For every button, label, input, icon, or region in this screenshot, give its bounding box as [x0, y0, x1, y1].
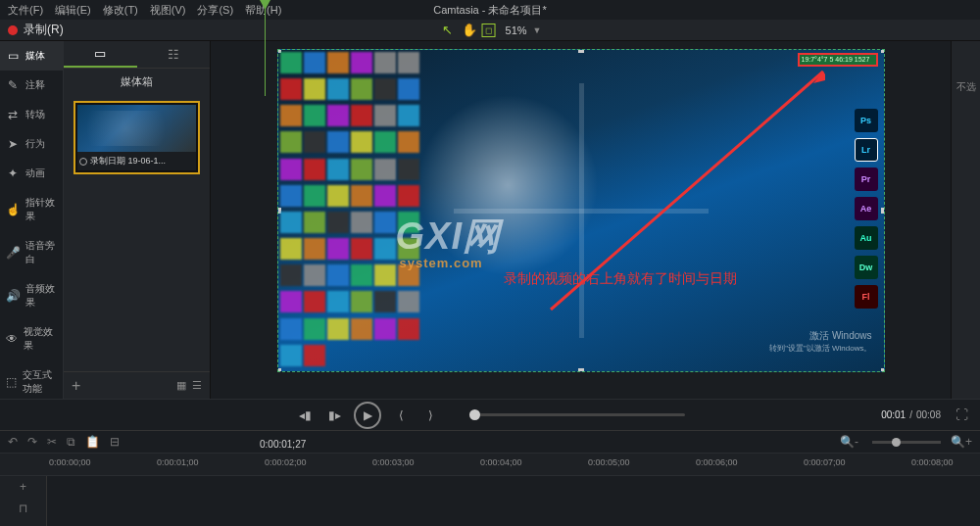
timeline-tracks[interactable]: + ⊓ [0, 476, 980, 526]
redo-button[interactable]: ↷ [27, 435, 37, 449]
tick-label: 0:00:01;00 [157, 457, 199, 467]
sidebar-item-interactivity[interactable]: ⬚交互式功能 [0, 360, 63, 404]
app-icon: Lr [855, 138, 878, 162]
watermark-sub: system.com [400, 256, 501, 270]
app-icon: Ae [855, 197, 878, 220]
sidebar-item-media[interactable]: ▭媒体 [0, 41, 63, 71]
tick-label: 0:00:03;00 [372, 457, 415, 467]
canvas-clip[interactable]: Ps Lr Pr Ae Au Dw Fl 19:7°4°7 5 46:19 15… [277, 49, 885, 372]
voice-icon: 🎤 [6, 246, 20, 260]
sidebar-item-label: 音频效果 [25, 282, 57, 310]
menu-modify[interactable]: 修改(T) [103, 3, 138, 18]
media-bin-title: 媒体箱 [64, 69, 210, 95]
tick-label: 0:00:00;00 [49, 457, 91, 467]
app-icon: Pr [855, 167, 878, 191]
paste-button[interactable]: 📋 [85, 435, 100, 449]
sidebar-item-label: 媒体 [25, 49, 45, 63]
resize-handle[interactable] [578, 368, 584, 372]
prev-frame-button[interactable]: ◂▮ [295, 406, 315, 425]
record-bar: 录制(R) ↖ ✋ ◻ 51% ▼ [0, 20, 980, 41]
menu-share[interactable]: 分享(S) [197, 3, 233, 18]
activate-sub: 转到"设置"以激活 Windows。 [769, 343, 871, 354]
media-tab-bin[interactable]: ▭ [64, 41, 137, 68]
media-clip[interactable]: 录制日期 19-06-1... [74, 101, 200, 174]
annotation-text: 录制的视频的右上角就有了时间与日期 [504, 270, 737, 288]
sidebar-item-behaviors[interactable]: ➤行为 [0, 129, 63, 159]
step-back-button[interactable]: ⟨ [391, 406, 411, 425]
menu-edit[interactable]: 编辑(E) [55, 3, 91, 18]
undo-button[interactable]: ↶ [8, 435, 18, 449]
total-duration: 00:08 [916, 409, 941, 420]
activate-windows: 激活 Windows 转到"设置"以激活 Windows。 [769, 329, 871, 354]
timeline-playhead[interactable] [265, 0, 266, 96]
timeline-zoom-slider[interactable] [872, 441, 941, 444]
media-clip-label: 录制日期 19-06-1... [90, 155, 166, 167]
media-panel: ▭ ☷ 媒体箱 录制日期 19-06-1... + ▦ ☰ [64, 41, 211, 399]
slider-knob[interactable] [892, 438, 901, 447]
audio-effects-icon: 🔊 [6, 289, 20, 303]
step-forward-button[interactable]: ⟩ [420, 406, 440, 425]
sidebar-item-label: 指针效果 [25, 196, 57, 223]
menu-file[interactable]: 文件(F) [8, 3, 43, 18]
crop-tool-icon[interactable]: ◻ [482, 24, 496, 37]
behaviors-icon: ➤ [6, 137, 20, 151]
split-button[interactable]: ⊟ [110, 435, 120, 449]
add-track-button[interactable]: + [0, 476, 46, 498]
slider-knob[interactable] [469, 409, 480, 420]
annotations-icon: ✎ [6, 78, 20, 92]
play-button[interactable]: ▶ [354, 402, 381, 429]
resize-handle[interactable] [578, 49, 584, 53]
sidebar-item-label: 注释 [25, 78, 45, 92]
cut-button[interactable]: ✂ [47, 435, 57, 449]
track-controls: + ⊓ [0, 476, 47, 526]
media-icon: ▭ [6, 49, 20, 63]
desktop-apps-right: Ps Lr Pr Ae Au Dw Fl [855, 109, 878, 309]
zoom-out-icon[interactable]: 🔍- [840, 435, 858, 449]
cursor-tool-icon[interactable]: ↖ [439, 22, 457, 39]
current-time: 00:01 [881, 409, 906, 420]
magnet-icon[interactable]: ⊓ [0, 498, 46, 519]
hand-tool-icon[interactable]: ✋ [461, 22, 478, 39]
zoom-in-icon[interactable]: 🔍+ [951, 435, 972, 449]
next-frame-button[interactable]: ▮▸ [324, 406, 344, 425]
sidebar-item-cursor-effects[interactable]: ☝指针效果 [0, 188, 63, 231]
menu-bar: 文件(F) 编辑(E) 修改(T) 视图(V) 分享(S) 帮助(H) Camt… [0, 0, 980, 20]
app-icon: Au [855, 226, 878, 250]
resize-handle[interactable] [881, 368, 885, 372]
resize-handle[interactable] [881, 49, 885, 53]
fullscreen-icon[interactable]: ⛶ [956, 407, 968, 422]
tick-label: 0:00:05;00 [588, 457, 630, 467]
menu-view[interactable]: 视图(V) [150, 3, 186, 18]
properties-panel-collapsed[interactable]: 不选 [951, 41, 980, 399]
time-date-overlay: 19:7°4°7 5 46:19 1527 [800, 55, 876, 65]
annotation-highlight-box: 19:7°4°7 5 46:19 1527 [798, 53, 878, 67]
sidebar-item-transitions[interactable]: ⇄转场 [0, 100, 63, 129]
disc-icon [79, 158, 87, 166]
chevron-down-icon[interactable]: ▼ [533, 25, 542, 35]
resize-handle[interactable] [881, 208, 885, 214]
sidebar-item-animations[interactable]: ✦动画 [0, 159, 63, 188]
volume-slider[interactable] [469, 413, 685, 416]
windows-logo [454, 83, 709, 338]
zoom-value[interactable]: 51% [506, 24, 527, 36]
sidebar-item-visual-effects[interactable]: 👁视觉效果 [0, 317, 63, 360]
time-sep: / [909, 409, 912, 420]
add-media-button[interactable]: + [72, 377, 80, 395]
canvas-area: Ps Lr Pr Ae Au Dw Fl 19:7°4°7 5 46:19 15… [211, 41, 951, 399]
sidebar-item-audio-effects[interactable]: 🔊音频效果 [0, 274, 63, 317]
copy-button[interactable]: ⧉ [67, 435, 75, 449]
media-tab-library[interactable]: ☷ [137, 41, 211, 68]
tick-label: 0:00:08;00 [911, 457, 954, 467]
list-view-icon[interactable]: ☰ [192, 379, 202, 392]
playhead-time: 0:00:01;27 [260, 439, 306, 450]
sidebar-item-annotations[interactable]: ✎注释 [0, 71, 63, 100]
sidebar-item-voice[interactable]: 🎤语音旁白 [0, 231, 63, 274]
animations-icon: ✦ [6, 167, 20, 180]
timeline-ruler[interactable]: 0:00:01;27 0:00:00;00 0:00:01;00 0:00:02… [0, 453, 980, 476]
playback-bar: ◂▮ ▮▸ ▶ ⟨ ⟩ 00:01 / 00:08 ⛶ [0, 399, 980, 430]
sidebar-item-label: 语音旁白 [25, 239, 57, 266]
record-icon [8, 25, 18, 35]
tick-label: 0:00:07;00 [804, 457, 846, 467]
record-button[interactable]: 录制(R) [24, 22, 64, 38]
grid-view-icon[interactable]: ▦ [176, 379, 186, 392]
